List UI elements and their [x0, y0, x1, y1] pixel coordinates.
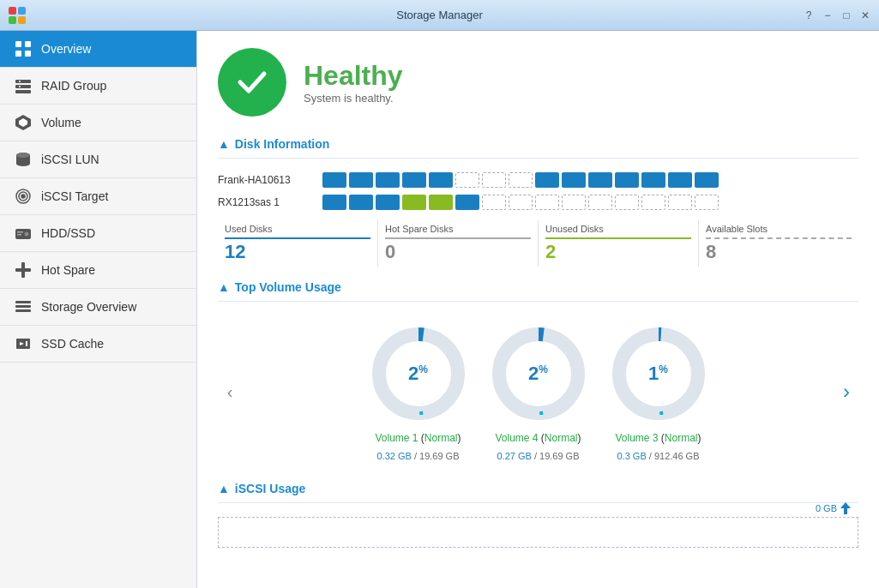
- volume-1-name: Volume 1 (Normal): [375, 432, 461, 444]
- volume-carousel: ‹ 2%: [218, 315, 858, 475]
- volume-4-percent: 2%: [528, 363, 548, 385]
- slot: [615, 172, 639, 188]
- sidebar-label-volume: Volume: [41, 116, 81, 129]
- svg-point-17: [16, 161, 30, 166]
- svg-rect-29: [15, 305, 31, 308]
- carousel-next-button[interactable]: ›: [834, 380, 858, 404]
- svg-rect-0: [9, 7, 16, 15]
- slot: [588, 172, 612, 188]
- slot: [535, 195, 559, 210]
- svg-rect-9: [15, 85, 31, 88]
- health-text: Healthy System is healthy.: [304, 60, 403, 105]
- collapse-volume-icon: ▲: [218, 280, 230, 294]
- svg-rect-1: [18, 7, 26, 15]
- iscsi-usage-header[interactable]: ▲ iSCSI Usage: [218, 482, 858, 503]
- sidebar-label-hot-spare: Hot Spare: [41, 263, 95, 277]
- window-controls[interactable]: ? − □ ✕: [802, 9, 872, 22]
- available-slots-label: Available Slots: [706, 224, 852, 239]
- title-bar: Storage Manager ? − □ ✕: [0, 0, 879, 31]
- volume-cards: 2% Volume 1 (Normal) 0.32 GB / 19.69 GB: [249, 322, 828, 461]
- volume-3-name: Volume 3 (Normal): [615, 432, 701, 444]
- iscsi-target-icon: [14, 187, 33, 206]
- sidebar-label-iscsi-target: iSCSI Target: [41, 189, 108, 203]
- slot: [509, 172, 533, 188]
- used-disks-label: Used Disks: [225, 224, 370, 239]
- unused-disks-label: Unused Disks: [545, 224, 691, 239]
- slot: [668, 195, 692, 210]
- iscsi-usage-section: ▲ iSCSI Usage 0 GB: [218, 482, 858, 548]
- sidebar-item-hdd-ssd[interactable]: HDD/SSD: [0, 215, 196, 252]
- slot: [535, 172, 559, 188]
- used-disks-value: 12: [225, 241, 370, 263]
- sidebar-item-iscsi-lun[interactable]: iSCSI LUN: [0, 141, 196, 178]
- svg-rect-24: [17, 231, 23, 233]
- health-status: Healthy: [304, 60, 403, 92]
- iscsi-value: 0 GB: [816, 502, 851, 514]
- title-bar-logo: [7, 5, 27, 26]
- slot: [509, 195, 533, 210]
- maximize-button[interactable]: □: [840, 9, 853, 22]
- sidebar-item-storage-overview[interactable]: Storage Overview: [0, 289, 196, 326]
- disk-host2-slots: [322, 195, 719, 210]
- svg-rect-3: [18, 16, 26, 24]
- volume-3-usage: 0.3 GB / 912.46 GB: [617, 451, 699, 461]
- slot: [668, 172, 692, 188]
- disk-stats: Used Disks 12 Hot Spare Disks 0 Unused D…: [218, 220, 858, 267]
- slot: [455, 195, 479, 210]
- carousel-prev-button[interactable]: ‹: [218, 380, 242, 404]
- raid-group-icon: [14, 76, 33, 95]
- slot: [562, 172, 586, 188]
- volume-1-donut: 2%: [367, 322, 470, 425]
- sidebar-item-iscsi-target[interactable]: iSCSI Target: [0, 178, 196, 215]
- sidebar-label-raid-group: RAID Group: [41, 79, 106, 93]
- slot: [376, 172, 400, 188]
- iscsi-usage-title: iSCSI Usage: [235, 482, 305, 495]
- slot: [455, 172, 479, 188]
- sidebar: Overview RAID Group: [0, 31, 197, 588]
- slot: [322, 172, 346, 188]
- svg-rect-30: [15, 309, 31, 312]
- collapse-iscsi-icon: ▲: [218, 482, 230, 495]
- slot: [695, 195, 719, 210]
- help-button[interactable]: ?: [802, 9, 816, 22]
- volume-card-3: 1% Volume 3 (Normal) 0.3 GB / 912.46 GB: [607, 322, 710, 461]
- sidebar-item-raid-group[interactable]: RAID Group: [0, 68, 196, 105]
- sidebar-item-volume[interactable]: Volume: [0, 105, 196, 141]
- volume-usage-title: Top Volume Usage: [235, 280, 341, 294]
- content-area: Healthy System is healthy. ▲ Disk Inform…: [197, 31, 879, 588]
- slot: [588, 195, 612, 210]
- slot: [641, 172, 665, 188]
- sidebar-item-ssd-cache[interactable]: SSD Cache: [0, 326, 196, 363]
- disk-information-header[interactable]: ▲ Disk Information: [218, 137, 858, 159]
- slot: [402, 172, 426, 188]
- disk-stat-used: Used Disks 12: [218, 220, 377, 267]
- volume-4-name: Volume 4 (Normal): [495, 432, 581, 444]
- hot-spare-value: 0: [385, 241, 531, 263]
- sidebar-item-hot-spare[interactable]: Hot Spare: [0, 252, 196, 289]
- disk-host1-label: Frank-HA10613: [218, 174, 312, 186]
- svg-point-21: [21, 195, 25, 198]
- disk-host2-label: RX1213sas 1: [218, 196, 312, 208]
- collapse-icon: ▲: [218, 137, 230, 151]
- disk-host1-slots: [322, 172, 719, 188]
- disk-information-section: ▲ Disk Information Frank-HA10613: [218, 137, 858, 267]
- window-title: Storage Manager: [396, 9, 482, 21]
- svg-rect-10: [15, 90, 31, 93]
- minimize-button[interactable]: −: [821, 9, 834, 22]
- health-description: System is healthy.: [304, 92, 403, 105]
- close-button[interactable]: ✕: [858, 9, 872, 22]
- volume-usage-header[interactable]: ▲ Top Volume Usage: [218, 280, 858, 302]
- svg-rect-2: [9, 16, 16, 24]
- unused-disks-value: 2: [545, 241, 691, 263]
- sidebar-label-storage-overview: Storage Overview: [41, 300, 136, 314]
- svg-rect-8: [15, 80, 31, 83]
- sidebar-item-overview[interactable]: Overview: [0, 31, 196, 68]
- svg-marker-43: [840, 502, 851, 508]
- volume-4-usage: 0.27 GB / 19.69 GB: [497, 451, 579, 461]
- svg-rect-25: [17, 234, 21, 236]
- volume-3-percent: 1%: [648, 363, 668, 385]
- svg-point-23: [25, 232, 29, 237]
- svg-rect-27: [15, 268, 31, 272]
- svg-rect-5: [25, 41, 31, 47]
- sidebar-label-ssd-cache: SSD Cache: [41, 337, 104, 351]
